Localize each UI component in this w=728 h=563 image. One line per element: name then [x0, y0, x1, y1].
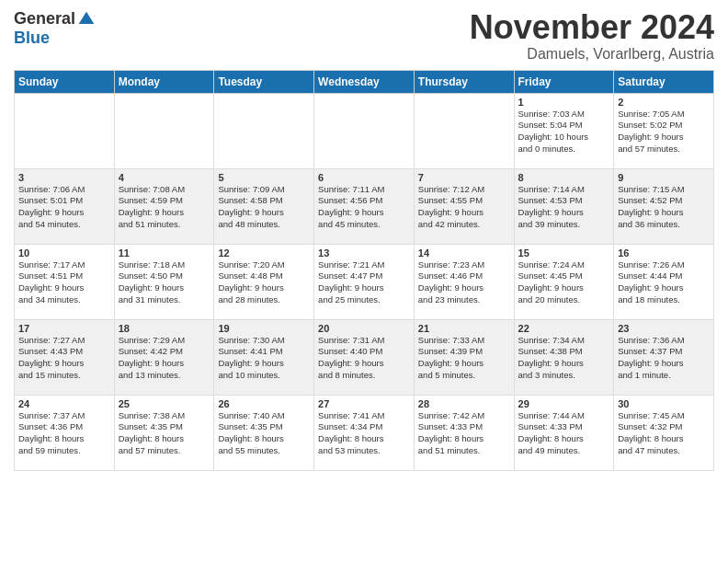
- day-number: 28: [418, 398, 510, 409]
- day-number: 24: [18, 398, 110, 409]
- day-number: 21: [418, 323, 510, 334]
- day-info: Sunrise: 7:31 AMSunset: 4:40 PMDaylight:…: [318, 335, 410, 382]
- day-info: Sunrise: 7:21 AMSunset: 4:47 PMDaylight:…: [318, 259, 410, 306]
- header: General Blue November 2024 Damuels, Vora…: [14, 9, 714, 63]
- day-number: 26: [218, 398, 310, 409]
- logo-text: General: [14, 9, 96, 29]
- day-number: 30: [618, 398, 710, 409]
- day-number: 10: [18, 247, 110, 259]
- table-row: 22Sunrise: 7:34 AMSunset: 4:38 PMDayligh…: [514, 319, 614, 395]
- day-number: 15: [518, 247, 610, 259]
- day-number: 27: [318, 398, 410, 409]
- table-row: 2Sunrise: 7:05 AMSunset: 5:02 PMDaylight…: [614, 93, 714, 168]
- day-info: Sunrise: 7:14 AMSunset: 4:53 PMDaylight:…: [518, 184, 610, 231]
- day-number: 19: [218, 323, 310, 334]
- day-number: 29: [518, 398, 610, 409]
- day-info: Sunrise: 7:29 AMSunset: 4:42 PMDaylight:…: [119, 335, 210, 382]
- table-row: 11Sunrise: 7:18 AMSunset: 4:50 PMDayligh…: [114, 244, 214, 319]
- header-saturday: Saturday: [614, 70, 714, 93]
- header-wednesday: Wednesday: [314, 70, 415, 93]
- table-row: 16Sunrise: 7:26 AMSunset: 4:44 PMDayligh…: [614, 244, 714, 319]
- calendar-row: 3Sunrise: 7:06 AMSunset: 5:01 PMDaylight…: [15, 168, 714, 244]
- table-row: 30Sunrise: 7:45 AMSunset: 4:32 PMDayligh…: [614, 395, 714, 470]
- calendar-header-row: Sunday Monday Tuesday Wednesday Thursday…: [15, 70, 714, 93]
- day-info: Sunrise: 7:18 AMSunset: 4:50 PMDaylight:…: [119, 259, 210, 306]
- day-number: 25: [119, 398, 210, 409]
- table-row: 23Sunrise: 7:36 AMSunset: 4:37 PMDayligh…: [614, 319, 714, 395]
- day-number: 8: [518, 172, 610, 183]
- table-row: 9Sunrise: 7:15 AMSunset: 4:52 PMDaylight…: [614, 168, 714, 244]
- day-info: Sunrise: 7:08 AMSunset: 4:59 PMDaylight:…: [119, 184, 210, 231]
- day-info: Sunrise: 7:26 AMSunset: 4:44 PMDaylight:…: [618, 259, 710, 306]
- table-row: 1Sunrise: 7:03 AMSunset: 5:04 PMDaylight…: [514, 93, 614, 168]
- day-number: 14: [418, 247, 510, 259]
- day-number: 3: [18, 172, 110, 183]
- logo-blue-text: Blue: [14, 29, 50, 48]
- header-tuesday: Tuesday: [214, 70, 314, 93]
- day-info: Sunrise: 7:36 AMSunset: 4:37 PMDaylight:…: [618, 335, 710, 382]
- header-sunday: Sunday: [15, 70, 115, 93]
- day-number: 4: [119, 172, 210, 183]
- table-row: 27Sunrise: 7:41 AMSunset: 4:34 PMDayligh…: [314, 395, 415, 470]
- table-row: 15Sunrise: 7:24 AMSunset: 4:45 PMDayligh…: [514, 244, 614, 319]
- day-info: Sunrise: 7:33 AMSunset: 4:39 PMDaylight:…: [418, 335, 510, 382]
- header-monday: Monday: [114, 70, 214, 93]
- day-number: 18: [119, 323, 210, 334]
- table-row: [15, 93, 115, 168]
- day-number: 7: [418, 172, 510, 183]
- header-friday: Friday: [514, 70, 614, 93]
- day-number: 20: [318, 323, 410, 334]
- table-row: 13Sunrise: 7:21 AMSunset: 4:47 PMDayligh…: [314, 244, 415, 319]
- day-info: Sunrise: 7:41 AMSunset: 4:34 PMDaylight:…: [318, 410, 410, 457]
- calendar-row: 17Sunrise: 7:27 AMSunset: 4:43 PMDayligh…: [15, 319, 714, 395]
- day-info: Sunrise: 7:34 AMSunset: 4:38 PMDaylight:…: [518, 335, 610, 382]
- table-row: 17Sunrise: 7:27 AMSunset: 4:43 PMDayligh…: [15, 319, 115, 395]
- day-info: Sunrise: 7:38 AMSunset: 4:35 PMDaylight:…: [119, 410, 210, 457]
- table-row: 24Sunrise: 7:37 AMSunset: 4:36 PMDayligh…: [15, 395, 115, 470]
- calendar-row: 24Sunrise: 7:37 AMSunset: 4:36 PMDayligh…: [15, 395, 714, 470]
- table-row: 3Sunrise: 7:06 AMSunset: 5:01 PMDaylight…: [15, 168, 115, 244]
- page: General Blue November 2024 Damuels, Vora…: [0, 0, 728, 563]
- table-row: 14Sunrise: 7:23 AMSunset: 4:46 PMDayligh…: [414, 244, 514, 319]
- day-info: Sunrise: 7:30 AMSunset: 4:41 PMDaylight:…: [218, 335, 310, 382]
- day-number: 13: [318, 247, 410, 259]
- table-row: 8Sunrise: 7:14 AMSunset: 4:53 PMDaylight…: [514, 168, 614, 244]
- day-info: Sunrise: 7:11 AMSunset: 4:56 PMDaylight:…: [318, 184, 410, 231]
- day-info: Sunrise: 7:23 AMSunset: 4:46 PMDaylight:…: [418, 259, 510, 306]
- day-info: Sunrise: 7:09 AMSunset: 4:58 PMDaylight:…: [218, 184, 310, 231]
- day-info: Sunrise: 7:27 AMSunset: 4:43 PMDaylight:…: [18, 335, 110, 382]
- day-info: Sunrise: 7:03 AMSunset: 5:04 PMDaylight:…: [518, 109, 610, 155]
- day-number: 23: [618, 323, 710, 334]
- calendar: Sunday Monday Tuesday Wednesday Thursday…: [14, 70, 714, 471]
- table-row: 20Sunrise: 7:31 AMSunset: 4:40 PMDayligh…: [314, 319, 415, 395]
- day-number: 12: [218, 247, 310, 259]
- day-number: 16: [618, 247, 710, 259]
- table-row: 19Sunrise: 7:30 AMSunset: 4:41 PMDayligh…: [214, 319, 314, 395]
- logo: General Blue: [14, 9, 96, 48]
- table-row: 25Sunrise: 7:38 AMSunset: 4:35 PMDayligh…: [114, 395, 214, 470]
- logo-general-text: General: [14, 9, 75, 29]
- table-row: [114, 93, 214, 168]
- table-row: 26Sunrise: 7:40 AMSunset: 4:35 PMDayligh…: [214, 395, 314, 470]
- table-row: 10Sunrise: 7:17 AMSunset: 4:51 PMDayligh…: [15, 244, 115, 319]
- location-subtitle: Damuels, Vorarlberg, Austria: [470, 46, 714, 63]
- day-number: 6: [318, 172, 410, 183]
- table-row: [314, 93, 415, 168]
- table-row: 7Sunrise: 7:12 AMSunset: 4:55 PMDaylight…: [414, 168, 514, 244]
- month-title: November 2024: [470, 9, 714, 46]
- logo-icon: [77, 10, 96, 29]
- header-thursday: Thursday: [414, 70, 514, 93]
- day-info: Sunrise: 7:12 AMSunset: 4:55 PMDaylight:…: [418, 184, 510, 231]
- table-row: [414, 93, 514, 168]
- day-number: 9: [618, 172, 710, 183]
- day-number: 11: [119, 247, 210, 259]
- day-info: Sunrise: 7:37 AMSunset: 4:36 PMDaylight:…: [18, 410, 110, 457]
- day-number: 1: [518, 97, 610, 108]
- calendar-row: 1Sunrise: 7:03 AMSunset: 5:04 PMDaylight…: [15, 93, 714, 168]
- calendar-row: 10Sunrise: 7:17 AMSunset: 4:51 PMDayligh…: [15, 244, 714, 319]
- table-row: 21Sunrise: 7:33 AMSunset: 4:39 PMDayligh…: [414, 319, 514, 395]
- day-number: 2: [618, 97, 710, 108]
- table-row: 4Sunrise: 7:08 AMSunset: 4:59 PMDaylight…: [114, 168, 214, 244]
- table-row: 6Sunrise: 7:11 AMSunset: 4:56 PMDaylight…: [314, 168, 415, 244]
- day-number: 22: [518, 323, 610, 334]
